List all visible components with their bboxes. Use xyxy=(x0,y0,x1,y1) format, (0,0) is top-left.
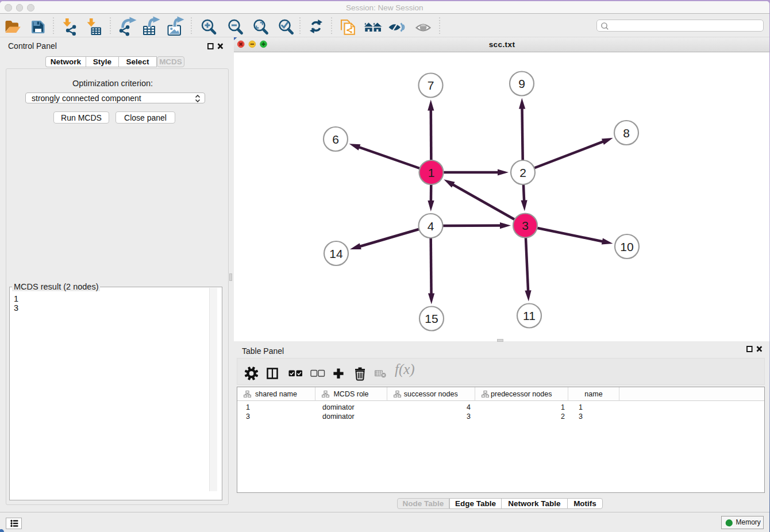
svg-text:8: 8 xyxy=(623,126,630,140)
svg-text:1: 1 xyxy=(428,166,435,179)
svg-text:6: 6 xyxy=(332,133,339,146)
svg-text:10: 10 xyxy=(620,240,633,253)
svg-text:2: 2 xyxy=(519,166,526,179)
svg-text:15: 15 xyxy=(425,312,438,325)
svg-text:14: 14 xyxy=(329,247,343,260)
svg-text:3: 3 xyxy=(522,219,529,232)
svg-text:4: 4 xyxy=(428,219,434,233)
svg-text:9: 9 xyxy=(518,77,525,90)
svg-text:7: 7 xyxy=(428,79,434,92)
svg-text:11: 11 xyxy=(523,309,536,322)
